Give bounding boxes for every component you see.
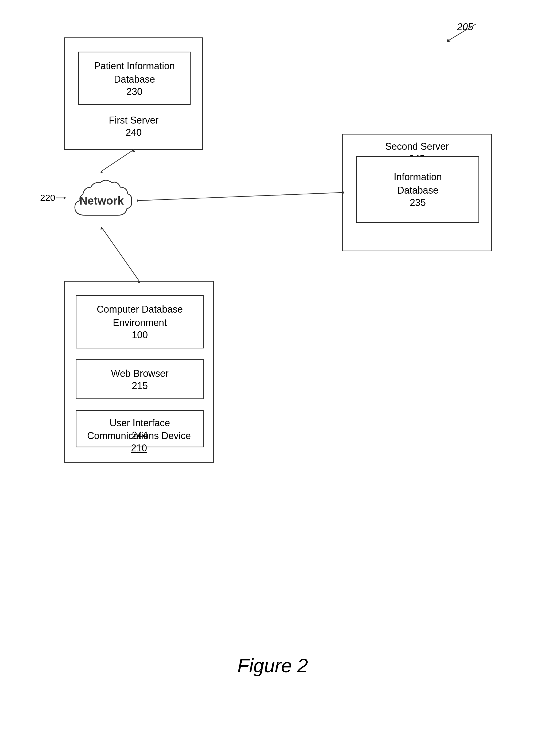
info-db-line2: Database: [397, 184, 438, 197]
svg-line-3: [101, 150, 134, 171]
svg-line-6: [139, 193, 342, 201]
second-server-box: Second Server 245 Information Database 2…: [342, 134, 492, 251]
computer-db-line2: Environment: [113, 316, 167, 329]
web-browser-box: Web Browser 215: [76, 359, 204, 399]
ref-205-arrow: [433, 16, 487, 48]
web-browser-label: Web Browser: [111, 367, 168, 380]
network-cloud-svg: Network: [64, 173, 139, 229]
web-browser-number: 215: [132, 380, 148, 392]
patient-db-number: 230: [126, 86, 142, 97]
patient-db-box: Patient Information Database 230: [78, 52, 191, 105]
patient-db-line1: Patient Information: [94, 59, 175, 73]
first-server-label: First Server 240: [65, 114, 202, 138]
computer-db-box: Computer Database Environment 100: [76, 295, 204, 348]
svg-line-9: [101, 227, 139, 281]
comm-device-label: Communications Device 210: [65, 429, 213, 454]
patient-db-line2: Database: [114, 73, 155, 86]
ref-220-label: 220: [40, 193, 55, 203]
computer-db-line1: Computer Database: [97, 303, 183, 316]
figure-label: Figure 2: [237, 655, 308, 677]
computer-db-number: 100: [132, 329, 148, 341]
diagram: 205 Patient Information Database 230 Fir…: [32, 16, 513, 698]
svg-text:Network: Network: [79, 194, 124, 207]
network-cloud-container: Network: [64, 171, 139, 230]
user-interface-label: User Interface: [110, 416, 170, 430]
svg-line-0: [449, 24, 476, 40]
info-db-line1: Information: [394, 170, 442, 184]
comm-device-box: Computer Database Environment 100 Web Br…: [64, 281, 214, 463]
first-server-box: Patient Information Database 230 First S…: [64, 38, 203, 150]
info-db-box: Information Database 235: [356, 156, 479, 223]
info-db-number: 235: [410, 197, 426, 208]
